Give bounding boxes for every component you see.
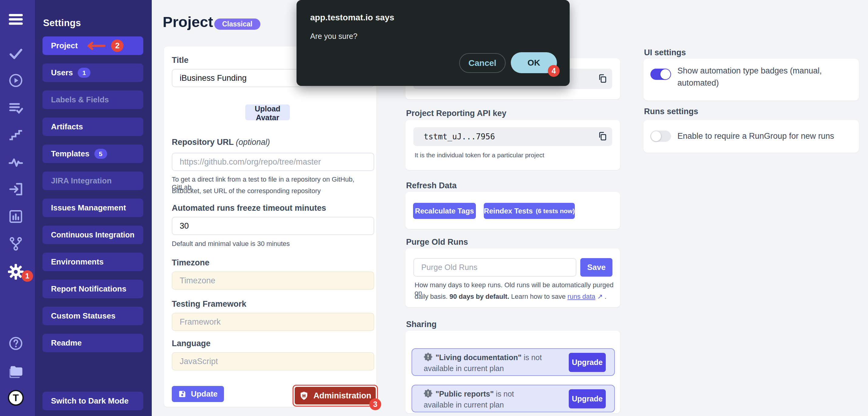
sidebar-item-issues-management[interactable]: Issues Management: [42, 199, 143, 217]
projects-folder-icon[interactable]: [0, 363, 32, 379]
freeze-timeout-help: Default and minimal value is 30 minutes: [172, 240, 290, 248]
sidebar-item-templates[interactable]: Templates 5: [42, 145, 143, 163]
copy-icon[interactable]: [597, 131, 608, 142]
settings-nav-panel: Settings Project 2 Users 1 Labels & Fiel…: [35, 0, 152, 416]
api-key-help: It is the individual token for a particu…: [414, 151, 544, 159]
dialog-step-badge: 4: [548, 65, 560, 77]
timezone-label: Timezone: [172, 258, 209, 268]
freeze-timeout-input[interactable]: [172, 217, 374, 235]
automation-badges-toggle[interactable]: [650, 69, 671, 80]
recalculate-tags-button[interactable]: Recalculate Tags: [413, 203, 476, 219]
living-documentation-notice: "Living documentation" is not available …: [411, 348, 615, 376]
upload-avatar-button[interactable]: Upload Avatar: [245, 105, 290, 120]
purge-old-runs-card: Save How many days to keep runs. Old run…: [405, 248, 620, 307]
upgrade-button[interactable]: Upgrade: [569, 353, 606, 372]
save-icon: [178, 390, 186, 398]
sidebar-item-report-notifications[interactable]: Report Notifications: [42, 280, 143, 298]
freeze-timeout-label: Automated runs freeze timeout minutes: [172, 203, 326, 213]
project-type-badge: Classical: [214, 19, 260, 30]
sidebar-item-continuous-integration[interactable]: Continuous Integration: [42, 226, 143, 244]
runs-data-link[interactable]: runs data: [567, 293, 595, 300]
sidebar-item-artifacts[interactable]: Artifacts: [42, 118, 143, 136]
project-form-card: Title Upload Avatar Repository URL (opti…: [164, 47, 376, 407]
administration-button[interactable]: Administration: [292, 385, 378, 407]
sidebar-item-project[interactable]: Project 2: [42, 36, 143, 55]
purge-save-button[interactable]: Save: [580, 258, 613, 277]
refresh-data-label: Refresh Data: [406, 181, 457, 190]
icon-rail: 1 T: [0, 0, 35, 416]
repository-url-label: Repository URL (optional): [172, 138, 270, 147]
rungroup-required-toggle-label: Enable to require a RunGroup for new run…: [677, 130, 834, 142]
dialog-message: Are you sure?: [310, 32, 358, 41]
page-title: Project: [163, 13, 213, 30]
timezone-input[interactable]: [172, 271, 374, 290]
api-key-value: tstmt_uJ...7956: [413, 132, 495, 141]
repository-help-line2: Bitbucket, set URL of the corresponding …: [172, 187, 321, 195]
language-input[interactable]: [172, 352, 374, 370]
sidebar-item-users[interactable]: Users 1: [42, 63, 143, 82]
external-link-arrow-icon: ↗: [597, 293, 603, 300]
sidebar-item-labels-fields[interactable]: Labels & Fields: [42, 90, 143, 109]
api-key-field: tstmt_uJ...7956: [413, 127, 612, 146]
annotation-arrow-icon: [84, 41, 106, 51]
sidebar-item-environments[interactable]: Environments: [42, 252, 143, 271]
runs-play-icon[interactable]: [0, 73, 32, 88]
browser-confirm-dialog: app.testomat.io says Are you sure? Cance…: [297, 0, 570, 86]
refresh-data-card: Recalculate Tags Reindex Tests (6 tests …: [405, 192, 620, 229]
reindex-tests-count: (6 tests now): [536, 207, 575, 215]
steps-icon[interactable]: [0, 127, 32, 143]
reporting-api-key-label: Project Reporting API key: [406, 109, 506, 118]
purge-old-runs-label: Purge Old Runs: [406, 237, 468, 247]
cancel-button[interactable]: Cancel: [459, 53, 506, 73]
runs-settings-card: Enable to require a RunGroup for new run…: [643, 120, 859, 153]
shield-crown-icon: [299, 391, 309, 400]
public-reports-notice: "Public reports" is not available in cur…: [411, 385, 615, 412]
activity-pulse-icon[interactable]: [0, 155, 32, 170]
annotation-step-badge: 2: [111, 39, 124, 52]
badge-alert-icon: [424, 353, 432, 361]
ui-settings-card: Show automation type badges (manual, aut…: [643, 59, 859, 100]
rungroup-required-toggle[interactable]: [650, 130, 671, 142]
sidebar-item-jira-integration[interactable]: JIRA Integration: [42, 172, 143, 190]
automation-badges-toggle-label: Show automation type badges (manual, aut…: [677, 65, 822, 89]
title-label: Title: [172, 56, 188, 65]
app-root: { "colors": { "accent": "#4f46e5", "prim…: [0, 0, 868, 416]
reindex-tests-button[interactable]: Reindex Tests (6 tests now): [484, 203, 575, 219]
optional-hint: (optional): [236, 138, 270, 147]
copy-icon[interactable]: [597, 73, 608, 84]
testing-framework-label: Testing Framework: [172, 299, 246, 309]
api-key-card: tstmt_uJ...7956 It is the individual tok…: [405, 120, 620, 170]
dialog-title: app.testomat.io says: [310, 13, 394, 23]
badge-alert-icon: [424, 389, 432, 398]
help-icon[interactable]: [0, 336, 32, 351]
users-count-badge: 1: [78, 68, 90, 78]
sidebar-item-custom-statuses[interactable]: Custom Statuses: [42, 307, 143, 325]
testomat-logo[interactable]: T: [0, 390, 32, 406]
runs-settings-label: Runs settings: [644, 107, 699, 116]
gear-notification-badge: 1: [22, 270, 33, 282]
templates-count-badge: 5: [94, 149, 107, 159]
sharing-label: Sharing: [406, 320, 437, 329]
checklist-icon[interactable]: [0, 100, 32, 115]
settings-heading: Settings: [43, 18, 81, 29]
testing-framework-input[interactable]: [172, 313, 374, 331]
purge-help-line2: daily basis. 90 days by default. Learn h…: [414, 293, 607, 301]
repository-url-input[interactable]: [172, 153, 374, 171]
bar-chart-icon[interactable]: [0, 209, 32, 224]
check-icon[interactable]: [0, 47, 32, 61]
upgrade-button[interactable]: Upgrade: [569, 389, 606, 408]
administration-step-badge: 3: [369, 398, 381, 410]
sidebar-item-readme[interactable]: Readme: [42, 334, 143, 352]
menu-icon[interactable]: [0, 13, 32, 26]
ui-settings-label: UI settings: [644, 48, 686, 57]
git-branch-icon[interactable]: [0, 236, 32, 251]
language-label: Language: [172, 339, 211, 348]
purge-old-runs-input[interactable]: [413, 258, 576, 277]
dark-mode-toggle-button[interactable]: Switch to Dark Mode: [42, 392, 143, 410]
update-button[interactable]: Update: [172, 386, 224, 402]
sign-in-icon[interactable]: [0, 182, 32, 197]
sharing-card: "Living documentation" is not available …: [405, 331, 620, 413]
